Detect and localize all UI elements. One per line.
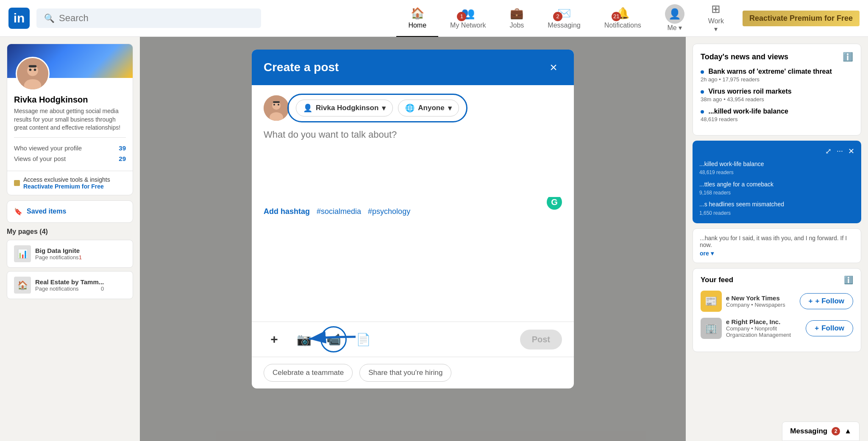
- nyt-icon: 📰: [701, 291, 722, 312]
- post-textarea[interactable]: [264, 129, 562, 197]
- more-options-button[interactable]: +: [264, 329, 285, 350]
- messaging-float-label: Messaging: [790, 427, 827, 435]
- news-item-2[interactable]: ...killed work-life balance 48,619 reade…: [701, 108, 853, 122]
- audience-dropdown[interactable]: 🌐 Anyone ▾: [398, 100, 459, 116]
- rightplace-icon: 🏢: [701, 318, 722, 339]
- page-item-bigdata[interactable]: 📊 Big Data Ignite Page notifications 1: [7, 240, 133, 268]
- share-hiring-button[interactable]: Share that you're hiring: [359, 364, 451, 382]
- nav-item-notifications[interactable]: 🔔 21 Notifications: [593, 0, 653, 37]
- expand-icon[interactable]: ⤢: [825, 147, 832, 156]
- nav-items: 🏠 Home 👥 1 My Network 💼 Jobs ✉️ 2 Messag…: [396, 0, 736, 37]
- follow-rightplace-button[interactable]: + Follow: [806, 320, 853, 336]
- hashtag-psychology[interactable]: #psychology: [368, 207, 410, 216]
- modal-close-button[interactable]: ×: [545, 59, 562, 76]
- premium-promo[interactable]: Access exclusive tools & insights Reacti…: [7, 171, 133, 195]
- left-sidebar: Rivka Hodgkinson Message me about gettin…: [0, 37, 140, 441]
- close-icon[interactable]: ✕: [848, 147, 854, 156]
- news-item-title-0: Bank warns of 'extreme' climate threat: [701, 68, 853, 75]
- follow-plus-icon-2: +: [815, 324, 819, 333]
- stat-profile-views[interactable]: Who viewed your profile 39: [14, 143, 126, 153]
- nav-item-network[interactable]: 👥 1 My Network: [438, 0, 498, 37]
- notifications-icon: 🔔 21: [616, 7, 629, 20]
- feed-section-title: Your feed ℹ️: [701, 275, 853, 285]
- page-icon-realestate: 🏠: [14, 277, 31, 294]
- news-dot-0: [701, 70, 704, 74]
- profile-card: Rivka Hodgkinson Message me about gettin…: [7, 44, 133, 195]
- search-bar[interactable]: 🔍: [36, 8, 261, 28]
- nav-item-work[interactable]: ⊞ Work ▾: [696, 0, 736, 37]
- bookmark-icon: 🔖: [14, 208, 22, 216]
- stat-value-views: 39: [119, 144, 126, 152]
- nav-item-messaging[interactable]: ✉️ 2 Messaging: [536, 0, 592, 37]
- nav-item-me[interactable]: 👤 Me ▾: [653, 0, 696, 37]
- modal-toolbar: + 📷 📹 📄 Post: [252, 322, 574, 357]
- stat-post-views[interactable]: Views of your post 29: [14, 153, 126, 164]
- photo-button[interactable]: 📷: [293, 329, 314, 350]
- premium-promo-link[interactable]: Reactivate Premium for Free: [23, 183, 104, 190]
- page-item-realestate[interactable]: 🏠 Real Estate by Tamm... Page notificati…: [7, 271, 133, 299]
- nav-label-jobs: Jobs: [510, 22, 524, 29]
- more-icon[interactable]: ···: [837, 147, 843, 156]
- add-hashtag-button[interactable]: Add hashtag: [264, 207, 310, 216]
- search-input[interactable]: [59, 13, 253, 24]
- nav-label-notifications: Notifications: [604, 22, 641, 29]
- nav-label-me: Me ▾: [668, 24, 682, 32]
- page-name-realestate: Real Estate by Tamm...: [35, 278, 104, 286]
- post-button[interactable]: Post: [520, 330, 562, 349]
- nav-item-home[interactable]: 🏠 Home: [396, 0, 438, 37]
- news-dot-2: [701, 110, 704, 114]
- rightplace-info: e Right Place, Inc. Company • Nonprofit …: [726, 318, 801, 338]
- messaging-float[interactable]: Messaging 2 ▲: [782, 422, 860, 441]
- stat-value-post: 29: [119, 155, 126, 162]
- follow-item-rightplace: 🏢 e Right Place, Inc. Company • Nonprofi…: [701, 318, 853, 339]
- saved-items[interactable]: 🔖 Saved items: [7, 200, 133, 223]
- svg-rect-5: [29, 65, 37, 68]
- news-item-meta-1: 38m ago • 43,954 readers: [701, 96, 853, 103]
- user-name-label: Rivka Hodgkinson: [316, 104, 378, 112]
- modal-suggestions: Celebrate a teammate Share that you're h…: [252, 357, 574, 388]
- news-title: Today's news and views: [701, 53, 788, 61]
- news-header: Today's news and views ℹ️: [701, 52, 853, 62]
- notifications-badge: 21: [612, 12, 621, 21]
- me-avatar: 👤: [665, 4, 684, 24]
- premium-promo-text: Access exclusive tools & insights: [23, 176, 110, 183]
- linkedin-logo[interactable]: in: [8, 8, 30, 29]
- document-button[interactable]: 📄: [353, 329, 374, 350]
- modal-header: Create a post ×: [252, 50, 574, 85]
- navbar: in 🔍 🏠 Home 👥 1 My Network 💼 Jobs ✉️ 2 M…: [0, 0, 868, 37]
- chat-text: ...killed work-life balance 48,619 reade…: [699, 159, 854, 217]
- modal-body: 👤 Rivka Hodgkinson ▾ 🌐 Anyone ▾: [252, 85, 574, 322]
- feed-section-info-icon[interactable]: ℹ️: [844, 275, 853, 285]
- network-icon: 👥 1: [461, 7, 475, 20]
- rightplace-name: e Right Place, Inc.: [726, 318, 801, 325]
- follow-nyt-button[interactable]: + + Follow: [800, 293, 853, 309]
- celebrate-teammate-button[interactable]: Celebrate a teammate: [264, 364, 353, 382]
- nyt-name: e New York Times: [726, 294, 796, 302]
- post-preview-text: ...hank you for I said, it was ith you, …: [700, 235, 854, 248]
- page-sub-realestate: Page notifications 0: [35, 286, 104, 292]
- svg-point-10: [278, 104, 279, 105]
- user-dropdown[interactable]: 👤 Rivka Hodgkinson ▾: [296, 100, 393, 116]
- chat-preview-card: ⤢ ··· ✕ ...killed work-life balance 48,6…: [693, 141, 861, 223]
- nav-label-network: My Network: [450, 22, 486, 29]
- profile-stats: Who viewed your profile 39 Views of your…: [14, 137, 126, 164]
- profile-name: Rivka Hodgkinson: [14, 95, 126, 105]
- stat-label-views: Who viewed your profile: [14, 144, 82, 152]
- messaging-float-badge: 2: [832, 427, 840, 435]
- hashtag-socialmedia[interactable]: #socialmedia: [317, 207, 361, 216]
- right-sidebar: Today's news and views ℹ️ Bank warns of …: [686, 37, 868, 441]
- nav-label-messaging: Messaging: [548, 22, 580, 29]
- video-button[interactable]: 📹: [323, 329, 344, 350]
- modal-avatar: [264, 95, 289, 121]
- news-info-icon[interactable]: ℹ️: [843, 52, 853, 62]
- news-item-0[interactable]: Bank warns of 'extreme' climate threat 2…: [701, 68, 853, 83]
- nav-item-jobs[interactable]: 💼 Jobs: [498, 0, 536, 37]
- premium-button[interactable]: Reactivate Premium for Free: [743, 11, 860, 26]
- show-more-button[interactable]: ore ▾: [700, 250, 854, 257]
- chevron-down-icon: ▾: [382, 104, 386, 113]
- messaging-chevron-icon: ▲: [844, 427, 851, 435]
- news-item-1[interactable]: Virus worries roil markets 38m ago • 43,…: [701, 88, 853, 103]
- page-icon-bigdata: 📊: [14, 245, 31, 262]
- profile-info: Rivka Hodgkinson Message me about gettin…: [7, 78, 133, 171]
- svg-rect-11: [273, 101, 280, 103]
